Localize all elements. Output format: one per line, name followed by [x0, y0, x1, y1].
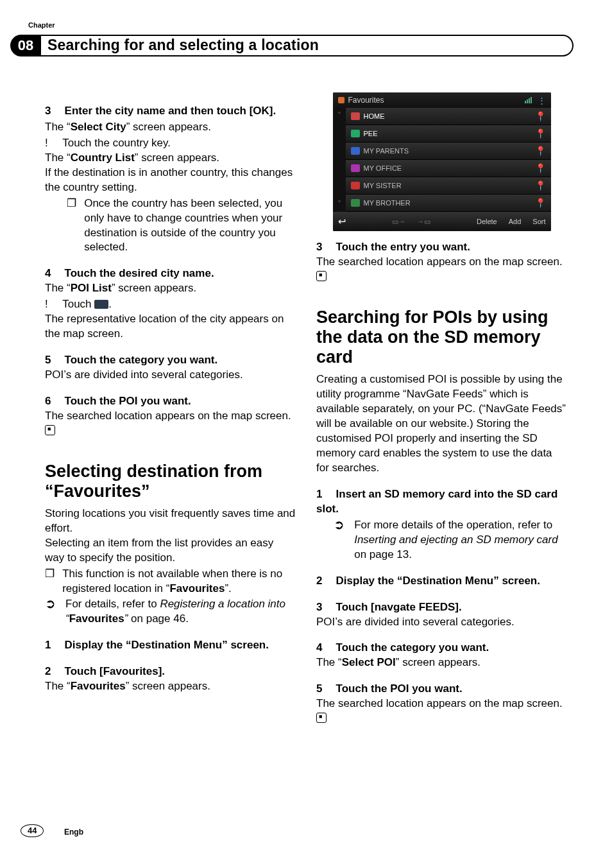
- row-pin-icon[interactable]: 📍: [535, 110, 546, 123]
- row-type-icon: [351, 112, 360, 120]
- favourites-row[interactable]: MY BROTHER📍: [346, 195, 551, 212]
- favourites-row[interactable]: MY SISTER📍: [346, 177, 551, 195]
- sd-step-4-line: The “Select POI” screen appears.: [316, 655, 567, 670]
- row-label: MY BROTHER: [364, 198, 411, 208]
- note-icon: ❐: [67, 196, 84, 256]
- sd-step-3-head: 3Touch [navgate FEEDS].: [316, 600, 567, 615]
- chapter-title-lozenge: Searching for and selecting a location: [32, 35, 574, 56]
- row-pin-icon[interactable]: 📍: [535, 128, 546, 140]
- fav-step-2-head: 2Touch [Favourites].: [45, 664, 296, 679]
- step-4-line2: The representative location of the city …: [45, 312, 296, 342]
- row-type-icon: [351, 164, 360, 172]
- bluetooth-icon: ⋮: [538, 96, 546, 105]
- fav-step-2-line1: The “Favourites” screen appears.: [45, 679, 296, 694]
- step-4-bullet: ! Touch .: [45, 297, 296, 312]
- section-end-icon: [316, 271, 327, 281]
- sd-xref: ➲ For more details of the operation, ref…: [316, 518, 567, 562]
- screenshot-titlebar: Favourites ⋮: [333, 92, 551, 108]
- toolbar-route-a-icon[interactable]: ▭→: [392, 217, 405, 227]
- xref-arrow-icon: ➲: [45, 597, 65, 627]
- step-6-line1: The searched location appears on the map…: [45, 409, 296, 438]
- signal-icon: [525, 97, 532, 103]
- row-type-icon: [351, 130, 360, 137]
- toolbar-route-b-icon[interactable]: →▭: [417, 217, 430, 227]
- note-icon: ❐: [45, 567, 62, 596]
- sd-step-4-head: 4Touch the category you want.: [316, 641, 567, 655]
- note-text: Once the country has been selected, you …: [84, 196, 296, 256]
- row-pin-icon[interactable]: 📍: [535, 145, 546, 157]
- step-5-head: 5Touch the category you want.: [45, 353, 296, 368]
- screenshot-body: ˄ ˅ HOME📍PEE📍MY PARENTS📍MY OFFICE📍MY SIS…: [333, 108, 551, 212]
- fav-xref: ➲ For details, refer to Registering a lo…: [45, 597, 296, 627]
- step-3-head: 3Enter the city name and then touch [OK]…: [45, 104, 296, 119]
- page-number: 44: [21, 824, 44, 837]
- step-6-head: 6Touch the POI you want.: [45, 394, 296, 409]
- favourites-screenshot: Favourites ⋮ ˄ ˅ HOME📍PEE📍MY PARENTS📍MY …: [333, 92, 551, 231]
- scroll-down-icon[interactable]: ˅: [337, 199, 341, 209]
- fav-para1: Storing locations you visit frequently s…: [45, 507, 296, 536]
- bullet-text: Touch .: [62, 297, 296, 312]
- step-5-line1: POI’s are divided into several categorie…: [45, 368, 296, 383]
- step-3-line3: If the destination is in another country…: [45, 166, 296, 195]
- chapter-number-badge: 08: [10, 35, 41, 56]
- step-4-line1: The “POI List” screen appears.: [45, 281, 296, 296]
- row-type-icon: [351, 182, 360, 189]
- favourites-row[interactable]: HOME📍: [346, 108, 551, 125]
- step-number: 3: [45, 104, 65, 119]
- row-type-icon: [351, 147, 360, 155]
- row-pin-icon[interactable]: 📍: [535, 162, 546, 175]
- screenshot-title: Favourites: [348, 95, 384, 105]
- step-title: Enter the city name and then touch [OK].: [65, 105, 276, 117]
- bullet-icon: !: [45, 297, 62, 312]
- back-icon[interactable]: ↩: [338, 215, 346, 228]
- row-label: MY PARENTS: [364, 146, 409, 156]
- content-columns: 3Enter the city name and then touch [OK]…: [45, 92, 567, 726]
- fav-step-1-head: 1Display the “Destination Menu” screen.: [45, 638, 296, 653]
- favourites-row[interactable]: PEE📍: [346, 125, 551, 143]
- row-label: MY OFFICE: [364, 164, 402, 173]
- xref-arrow-icon: ➲: [334, 518, 354, 562]
- row-label: HOME: [364, 112, 385, 121]
- scroll-up-icon[interactable]: ˄: [337, 110, 341, 121]
- sd-step-1-head: 1Insert an SD memory card into the SD ca…: [316, 487, 567, 517]
- row-type-icon: [351, 199, 360, 207]
- row-pin-icon[interactable]: 📍: [535, 197, 546, 209]
- favourites-row[interactable]: MY PARENTS📍: [346, 143, 551, 160]
- left-column: 3Enter the city name and then touch [OK]…: [45, 92, 296, 726]
- pin-icon: [338, 97, 344, 103]
- heading-favourites: Selecting destination from “Favourites”: [45, 462, 296, 501]
- sd-para1: Creating a customised POI is possible by…: [316, 372, 567, 476]
- sd-step-5-head: 5Touch the POI you want.: [316, 682, 567, 697]
- row-label: PEE: [364, 129, 378, 139]
- screenshot-list: HOME📍PEE📍MY PARENTS📍MY OFFICE📍MY SISTER📍…: [346, 108, 551, 212]
- screenshot-toolbar: ↩ ▭→ →▭ Delete Add Sort: [333, 212, 551, 231]
- step-3-bullet: ! Touch the country key.: [45, 136, 296, 151]
- sd-step-2-head: 2Display the “Destination Menu” screen.: [316, 574, 567, 589]
- chapter-title: Searching for and selecting a location: [47, 35, 319, 55]
- screenshot-scrollbar[interactable]: ˄ ˅: [333, 108, 346, 212]
- toolbar-delete[interactable]: Delete: [477, 217, 497, 227]
- map-button-icon: [94, 300, 108, 309]
- sd-step-3-line: POI’s are divided into several categorie…: [316, 615, 567, 630]
- chapter-label: Chapter: [28, 21, 55, 30]
- bullet-text: Touch the country key.: [62, 136, 296, 151]
- row-pin-icon[interactable]: 📍: [535, 180, 546, 192]
- toolbar-add[interactable]: Add: [509, 217, 522, 227]
- fav-para2: Selecting an item from the list provides…: [45, 536, 296, 566]
- right-column: Favourites ⋮ ˄ ˅ HOME📍PEE📍MY PARENTS📍MY …: [316, 92, 567, 726]
- favourites-row[interactable]: MY OFFICE📍: [346, 160, 551, 177]
- heading-sd-pois: Searching for POIs by using the data on …: [316, 308, 567, 367]
- language-label: Engb: [64, 827, 83, 837]
- step-3-line2: The “Country List” screen appears.: [45, 151, 296, 166]
- section-end-icon: [45, 425, 55, 435]
- fav-note: ❐ This function is not available when th…: [45, 567, 296, 596]
- section-end-icon: [316, 713, 327, 723]
- step-3-line1: The “Select City” screen appears.: [45, 120, 296, 135]
- row-label: MY SISTER: [364, 181, 402, 191]
- right-step-3-head: 3Touch the entry you want.: [316, 240, 567, 255]
- toolbar-sort[interactable]: Sort: [532, 217, 545, 227]
- step-4-head: 4Touch the desired city name.: [45, 266, 296, 281]
- sd-step-5-line: The searched location appears on the map…: [316, 697, 567, 726]
- page: Chapter 08 Searching for and selecting a…: [0, 0, 612, 868]
- step-3-note: ❐ Once the country has been selected, yo…: [45, 196, 296, 256]
